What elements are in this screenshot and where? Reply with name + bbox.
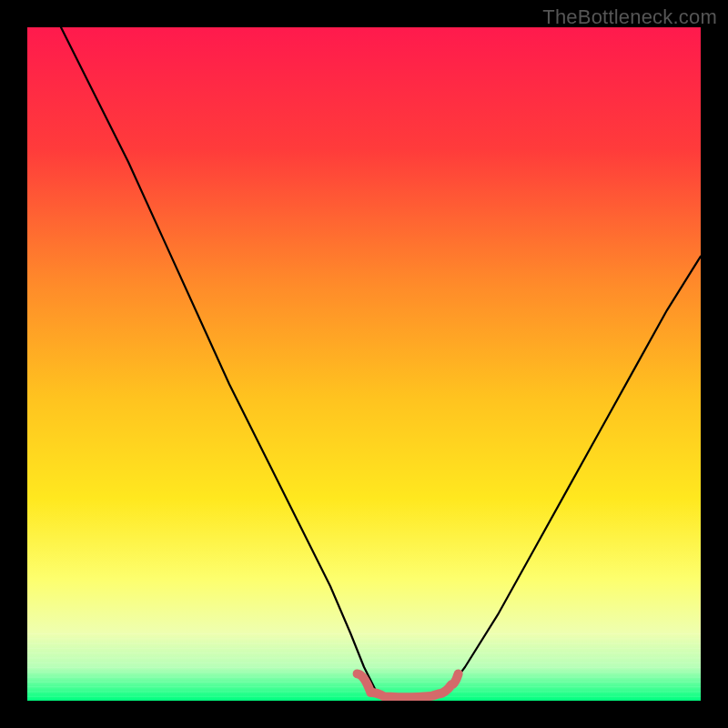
band-stripe bbox=[27, 662, 701, 663]
plot-area bbox=[27, 27, 701, 701]
band-stripe bbox=[27, 633, 701, 634]
chart-container: TheBottleneck.com bbox=[0, 0, 728, 728]
chart-svg bbox=[27, 27, 701, 701]
gradient-background bbox=[27, 27, 701, 701]
band-stripe bbox=[27, 696, 701, 697]
watermark-text: TheBottleneck.com bbox=[542, 5, 717, 29]
band-stripe bbox=[27, 648, 701, 649]
band-stripe bbox=[27, 638, 701, 639]
band-stripe bbox=[27, 657, 701, 658]
band-stripe bbox=[27, 643, 701, 644]
band-stripe bbox=[27, 652, 701, 653]
band-stripe bbox=[27, 691, 701, 692]
